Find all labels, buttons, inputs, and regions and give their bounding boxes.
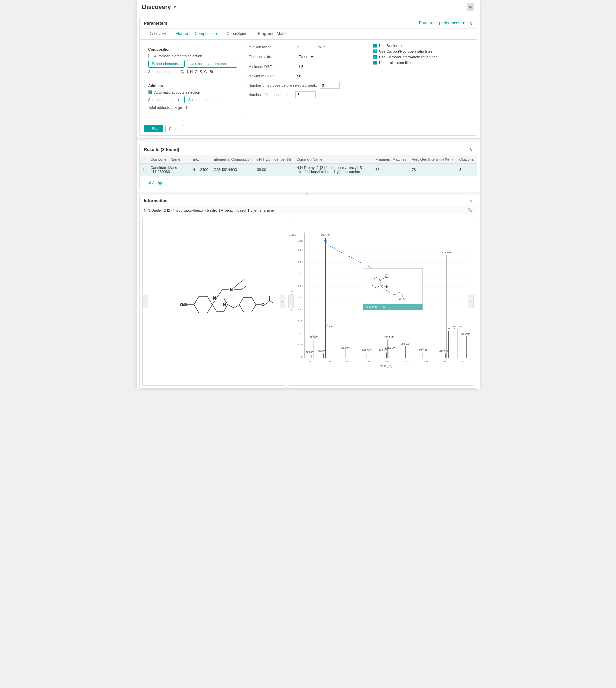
- col-ifit[interactable]: i-FIT Confidence (%): [255, 155, 294, 164]
- col-common-name[interactable]: Common Name: [294, 155, 373, 164]
- total-charge-value: 1: [185, 106, 187, 110]
- spectrum-nav-right[interactable]: ›: [468, 295, 474, 308]
- multi-atom-label: Use multi-atom filter: [379, 61, 412, 65]
- header-icon[interactable]: ⊞: [467, 3, 474, 11]
- info-content: ‹ N N: [140, 214, 477, 388]
- use-formula-btn[interactable]: Use formula from parent...: [187, 60, 237, 68]
- select-adduct-btn[interactable]: Select adduct...: [184, 96, 217, 104]
- col-predicted-intensity[interactable]: Predicted Intensity (%) ▼: [409, 155, 457, 164]
- compound-name-bar: N,N-Diethyl-2-[2-(4-isopropoxybenzyl)-5-…: [140, 206, 477, 214]
- svg-text:9e7: 9e7: [298, 248, 303, 251]
- results-collapse-btn[interactable]: ∧: [469, 147, 472, 152]
- params-col-left: Composition Automatic elements selection…: [144, 44, 243, 118]
- element-buttons: Select elements... Use formula from pare…: [148, 60, 239, 68]
- cho-ratio-checkbox[interactable]: [373, 55, 377, 59]
- app-header: Discovery ▼ ⊞: [137, 0, 480, 15]
- num-isotopes-use-input[interactable]: [295, 91, 315, 98]
- mz-tolerance-row: m/z Tolerance: mDa: [248, 44, 368, 50]
- adducts-group-title: Adducts: [148, 84, 239, 88]
- auto-elements-checkbox[interactable]: [148, 54, 152, 58]
- cell-component-name: Candidate Mass 411.239066: [148, 164, 190, 176]
- svg-text:5e7: 5e7: [298, 296, 303, 299]
- tab-discovery[interactable]: Discovery: [144, 28, 171, 39]
- info-collapse-btn[interactable]: ∧: [469, 198, 472, 203]
- parameter-preferences-link[interactable]: Parameter preferences ▼: [419, 21, 466, 25]
- title-dropdown-arrow[interactable]: ▼: [173, 5, 177, 9]
- auto-adducts-label: Automatic adducts selection: [154, 90, 200, 94]
- spectrum-svg: 0 1e7 2e7 3e7 4e7 5e7 6e7 7e7 8e7 9e7 1e…: [288, 217, 474, 385]
- svg-text:251.114*: 251.114*: [386, 347, 395, 349]
- svg-line-102: [327, 245, 372, 269]
- col-citations[interactable]: Citations: [457, 155, 477, 164]
- info-title: Information: [144, 198, 168, 203]
- selected-adduct-row: Selected adduct: +H Select adduct...: [148, 96, 239, 104]
- mz-tolerance-input[interactable]: [295, 44, 315, 50]
- electron-state-select[interactable]: Even Odd: [295, 53, 315, 61]
- structure-panel: ‹ N N: [142, 217, 285, 386]
- svg-text:67.055*: 67.055*: [306, 351, 314, 354]
- parameter-tabs: Discovery Elemental Composition ChemSpid…: [140, 28, 477, 40]
- col-mz[interactable]: m/z: [190, 155, 211, 164]
- search-icon[interactable]: 🔍: [468, 208, 472, 212]
- tab-chemspider[interactable]: ChemSpider: [222, 28, 254, 39]
- svg-text:450: 450: [461, 360, 465, 363]
- svg-text:250: 250: [384, 360, 389, 363]
- ch-ratio-checkbox[interactable]: [373, 49, 377, 53]
- col-component-name[interactable]: Component Name: [148, 155, 190, 164]
- svg-text:-: -: [181, 301, 182, 305]
- svg-text:N: N: [223, 303, 226, 307]
- min-dbe-input[interactable]: [295, 63, 315, 70]
- cho-ratio-label: Use Carbon/Hetero-atom ratio filter: [379, 55, 437, 59]
- svg-text:♂: ♂: [327, 323, 329, 326]
- svg-text:O: O: [386, 285, 388, 288]
- adducts-group: Adducts Automatic adducts selection Sele…: [144, 80, 243, 115]
- num-isotopes-before-input[interactable]: [320, 82, 340, 89]
- spectrum-nav-left[interactable]: ‹: [288, 295, 294, 308]
- svg-text:411.240*: 411.240*: [442, 251, 452, 254]
- cancel-button[interactable]: Cancel: [166, 125, 184, 132]
- parameters-collapse-btn[interactable]: ∧: [469, 20, 472, 25]
- col-sort[interactable]: △: [140, 155, 148, 164]
- results-header: Results (3 found) ∧: [140, 144, 477, 155]
- parameters-header: Parameters Parameter preferences ▼ ∧: [140, 18, 477, 28]
- svg-text:250.111*: 250.111*: [384, 336, 394, 339]
- svg-text:50: 50: [308, 360, 311, 363]
- svg-text:0: 0: [301, 356, 303, 359]
- senior-rule-row: Use Senior rule: [373, 44, 472, 48]
- svg-text:1.1e8: 1.1e8: [289, 233, 296, 236]
- select-elements-btn[interactable]: Select elements...: [148, 60, 185, 68]
- svg-line-22: [269, 301, 273, 303]
- svg-text:♂: ♂: [312, 334, 314, 337]
- auto-adducts-checkbox[interactable]: [148, 90, 152, 94]
- structure-nav-right[interactable]: ›: [280, 295, 285, 308]
- compound-name-text: N,N-Diethyl-2-[2-(4-isopropoxybenzyl)-5-…: [144, 208, 274, 212]
- svg-line-12: [241, 286, 246, 290]
- svg-text:♂: ♂: [404, 340, 406, 343]
- max-dbe-row: Maximum DBE:: [248, 73, 368, 79]
- multi-atom-row: Use multi-atom filter: [373, 61, 472, 65]
- table-header-row: △ Component Name m/z Elemental Compositi…: [140, 155, 477, 164]
- cell-mz: 411.2400: [190, 164, 211, 176]
- cell-elemental-composition: C23H30N4O3: [211, 164, 255, 176]
- table-row[interactable]: 1 Candidate Mass 411.239066 411.2400 C23…: [140, 164, 477, 176]
- svg-text:8e7: 8e7: [298, 260, 303, 263]
- max-dbe-input[interactable]: [295, 73, 315, 79]
- multi-atom-checkbox[interactable]: [373, 61, 377, 65]
- svg-text:O: O: [261, 303, 264, 307]
- selected-adduct-value: +H: [177, 98, 182, 102]
- tab-fragment-match[interactable]: Fragment Match: [254, 28, 292, 39]
- col-fragment-matches[interactable]: Fragment Matches: [373, 155, 409, 164]
- structure-nav-left[interactable]: ‹: [143, 295, 148, 308]
- start-button[interactable]: ⊙ Start: [144, 124, 163, 132]
- svg-text:7e7: 7e7: [298, 272, 303, 275]
- svg-text:150: 150: [346, 360, 351, 363]
- assign-button[interactable]: ☑ Assign: [144, 179, 167, 186]
- senior-rule-label: Use Senior rule: [379, 44, 404, 48]
- senior-rule-checkbox[interactable]: [373, 44, 377, 48]
- tab-elemental-composition[interactable]: Elemental Composition: [171, 28, 221, 39]
- resizer-1[interactable]: ⋯: [137, 138, 480, 141]
- svg-text:1e7: 1e7: [298, 344, 303, 347]
- selected-elements-row: Selected elements: C, H, N, O, S, Cl, Br: [148, 70, 239, 74]
- col-elemental-composition[interactable]: Elemental Composition: [211, 155, 255, 164]
- resizer-2[interactable]: ⋯: [137, 192, 480, 195]
